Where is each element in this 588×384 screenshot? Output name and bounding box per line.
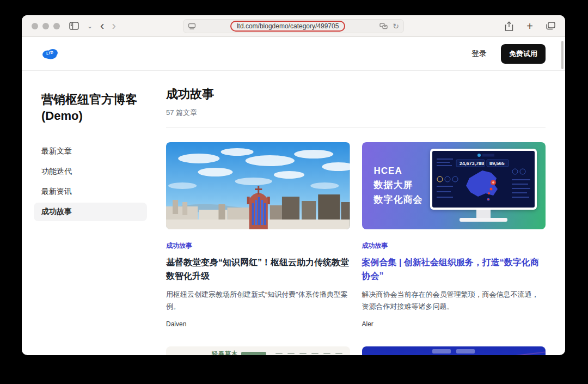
article-title[interactable]: 基督教堂变身“知识网红”！枢纽云助力传统教堂数智化升级 bbox=[166, 256, 350, 283]
event-logos-graphic bbox=[432, 349, 475, 353]
article-title[interactable]: 案例合集 | 创新社会组织服务，打造“数字化商协会” bbox=[362, 256, 546, 283]
free-trial-button[interactable]: 免费试用 bbox=[501, 44, 546, 64]
svg-text:89,565: 89,565 bbox=[489, 161, 505, 166]
article-description: 解决商协会当前存在的会员管理繁琐，商会信息不流通，资源合作对接难等诸多问题。 bbox=[362, 289, 546, 313]
url-text[interactable]: ltd.com/blogdemo/category/499705 bbox=[230, 21, 345, 32]
article-count: 57 篇文章 bbox=[166, 108, 546, 118]
browser-toolbar: ⌄ ‹ › ltd.com/blogdemo/category/499705 ↻… bbox=[22, 15, 565, 37]
new-tab-icon[interactable]: + bbox=[526, 21, 533, 32]
hcea-caption: HCEA 数据大屏 数字化商会 bbox=[374, 164, 423, 207]
svg-text:24,673,788: 24,673,788 bbox=[460, 161, 484, 166]
share-icon[interactable] bbox=[505, 21, 513, 31]
article-author: Aler bbox=[362, 320, 546, 328]
article-image-qingchun[interactable]: 轻春草木 轻春草木 & 开启你的美一面! bbox=[166, 346, 350, 355]
mini-site-header: 轻春草木 bbox=[166, 346, 350, 355]
article-image-event[interactable]: 创新无止境 一起向未来 二〇二二年 bbox=[362, 346, 546, 355]
sidebar-item-latest-articles[interactable]: 最新文章 bbox=[34, 142, 147, 161]
page-title: 成功故事 bbox=[166, 86, 546, 102]
browser-window: ⌄ ‹ › ltd.com/blogdemo/category/499705 ↻… bbox=[22, 15, 565, 355]
article-image-church[interactable] bbox=[166, 142, 350, 229]
address-bar[interactable]: ltd.com/blogdemo/category/499705 ↻ bbox=[183, 19, 404, 33]
monitor-graphic: 24,673,788 89,565 bbox=[430, 149, 537, 222]
tab-overview-icon[interactable] bbox=[546, 22, 555, 30]
back-icon[interactable]: ‹ bbox=[100, 20, 104, 32]
article-category[interactable]: 成功故事 bbox=[362, 241, 546, 251]
article-description: 用枢纽云创建宗教场所创建新式“知识付费”体系传播典型案例。 bbox=[166, 289, 350, 313]
article-card-event[interactable]: 创新无止境 一起向未来 二〇二二年 bbox=[362, 346, 546, 355]
qingchun-brand: 轻春草木 bbox=[212, 350, 238, 355]
traffic-lights bbox=[32, 23, 60, 29]
article-author: Daiven bbox=[166, 320, 350, 328]
reload-icon[interactable]: ↻ bbox=[393, 22, 399, 30]
sidebar-item-latest-news[interactable]: 最新资讯 bbox=[34, 182, 147, 201]
article-category[interactable]: 成功故事 bbox=[166, 241, 350, 251]
minimize-button[interactable] bbox=[42, 23, 49, 29]
article-card-church[interactable]: 成功故事 基督教堂变身“知识网红”！枢纽云助力传统教堂数智化升级 用枢纽云创建宗… bbox=[166, 142, 350, 328]
article-grid: 成功故事 基督教堂变身“知识网红”！枢纽云助力传统教堂数智化升级 用枢纽云创建宗… bbox=[166, 142, 546, 355]
translate-icon[interactable] bbox=[379, 23, 388, 30]
sidebar-item-feature-updates[interactable]: 功能迭代 bbox=[34, 162, 147, 181]
forward-icon[interactable]: › bbox=[112, 20, 115, 32]
divider bbox=[166, 127, 546, 128]
sidebar-item-success-stories[interactable]: 成功故事 bbox=[34, 203, 147, 221]
close-button[interactable] bbox=[32, 23, 38, 29]
article-card-hcea[interactable]: HCEA 数据大屏 数字化商会 bbox=[362, 142, 546, 328]
ltd-cloud-logo[interactable]: LTD bbox=[41, 47, 59, 60]
blog-title: 营销枢纽官方博客(Demo) bbox=[41, 92, 145, 124]
sidebar-toggle-icon[interactable] bbox=[69, 21, 79, 32]
category-main: 成功故事 57 篇文章 bbox=[166, 71, 546, 355]
scrollbar-thumb[interactable] bbox=[561, 41, 564, 69]
article-card-qingchun[interactable]: 轻春草木 轻春草木 & 开启你的美一面! bbox=[166, 346, 350, 355]
page-format-icon[interactable] bbox=[188, 23, 196, 30]
blog-sidebar: 营销枢纽官方博客(Demo) 最新文章 功能迭代 最新资讯 成功故事 bbox=[34, 71, 147, 355]
sidebar-chevron-icon[interactable]: ⌄ bbox=[87, 23, 93, 29]
login-link[interactable]: 登录 bbox=[471, 49, 487, 59]
article-image-hcea[interactable]: HCEA 数据大屏 数字化商会 bbox=[362, 142, 546, 229]
zoom-button[interactable] bbox=[53, 23, 60, 29]
site-header: LTD 登录 免费试用 bbox=[22, 37, 565, 71]
